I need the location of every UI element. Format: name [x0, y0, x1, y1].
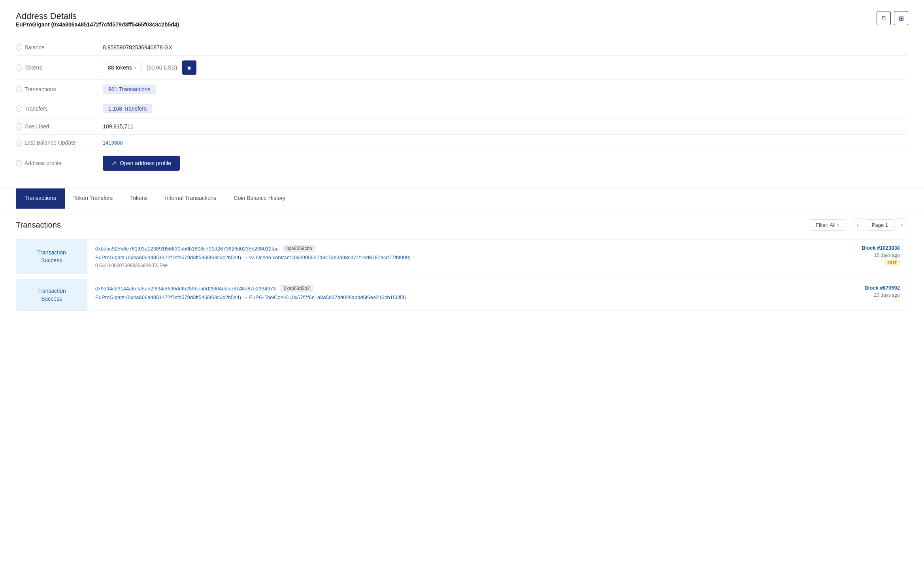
tx-block-2[interactable]: Block #879592: [864, 285, 900, 291]
balance-label-container: i Balance: [16, 44, 103, 51]
tx-method-2: 0xab63d2b2: [281, 285, 313, 292]
tx-right-1: Block #1023838 16 days ago OUT: [837, 239, 908, 274]
tx-details-2: 0x9d94cb3144a6efa5a52f694ef636ddfb259bea…: [87, 279, 837, 311]
tokens-value-row: 88 tokens ▾ ($0.00 USD) ▣: [103, 60, 196, 75]
tx-direction-2: [894, 299, 900, 301]
tokens-dropdown[interactable]: 88 tokens ▾: [103, 62, 142, 73]
grid-button[interactable]: ⊞: [894, 11, 908, 25]
address-subtitle: EuProGigant (0x4a806a4851472f7cfd579d3ff…: [16, 21, 179, 28]
gas-label: Gas Used: [25, 123, 49, 130]
last-balance-label-container: i Last Balance Update: [16, 139, 103, 146]
tx-status-cell-1: TransactionSuccess: [16, 239, 87, 274]
tx-arrow-1: →: [243, 254, 248, 260]
transactions-section-title: Transactions: [16, 220, 61, 230]
transfers-label: Transfers: [25, 105, 48, 112]
tx-fee-1: 0 GX 0.000076998306928 TX Fee: [95, 263, 829, 268]
transfers-badge[interactable]: 1,168 Transfers: [103, 104, 152, 113]
tx-status-1: TransactionSuccess: [37, 249, 66, 264]
tx-time-2: 20 days ago: [874, 292, 900, 298]
gas-value: 109,915,711: [103, 123, 134, 130]
tx-status-2: TransactionSuccess: [37, 287, 66, 303]
tx-direction-1: OUT: [884, 260, 900, 266]
open-profile-button[interactable]: ↗ Open address profile: [103, 156, 180, 171]
filter-pagination: Filter: All ▾ ‹ Page 1 ›: [810, 218, 908, 231]
tab-coin-balance-history[interactable]: Coin Balance History: [225, 188, 294, 209]
page-wrapper: Address Details EuProGigant (0x4a806a485…: [0, 0, 924, 565]
last-balance-label: Last Balance Update: [25, 139, 76, 146]
tx-arrow-2: →: [243, 294, 248, 300]
table-row: TransactionSuccess 0xbdac92558e761f03a12…: [16, 239, 908, 274]
external-link-icon: ↗: [111, 160, 117, 167]
filter-button[interactable]: Filter: All ▾: [810, 219, 845, 231]
address-card-header: Address Details EuProGigant (0x4a806a485…: [16, 11, 908, 37]
address-title: Address Details: [16, 11, 179, 21]
gas-row: i Gas Used 109,915,711: [16, 119, 908, 135]
tx-to-link-2[interactable]: EuPG-ToolCon-C (0x57f7f6e1a8a5d37dd028ab…: [249, 294, 406, 300]
transfers-info-icon: i: [16, 105, 22, 112]
last-balance-info-icon: i: [16, 139, 22, 146]
transactions-count-row: i Transactions 961 Transactions: [16, 80, 908, 99]
balance-value: 8.958590782536940878 GX: [103, 44, 172, 51]
transactions-badge[interactable]: 961 Transactions: [103, 85, 156, 94]
transfers-label-container: i Transfers: [16, 105, 103, 112]
address-header-left: Address Details EuProGigant (0x4a806a485…: [16, 11, 179, 37]
copy-button[interactable]: ⧉: [877, 11, 891, 25]
tokens-label: Tokens: [25, 64, 42, 71]
tokens-count: 88 tokens: [108, 64, 132, 71]
tx-status-cell-2: TransactionSuccess: [16, 279, 87, 311]
tx-block-1[interactable]: Block #1023838: [862, 245, 900, 251]
tab-token-transfers[interactable]: Token Transfers: [65, 188, 122, 209]
balance-row: i Balance 8.958590782536940878 GX: [16, 40, 908, 56]
tx-address-row-1: EuProGigant (0x4a806a4851472f7cfd579d3ff…: [95, 254, 829, 260]
next-page-button[interactable]: ›: [896, 218, 908, 231]
tx-hash-link-1[interactable]: 0xbdac92558e761f03a123891f56630ab0b1808c…: [95, 246, 278, 252]
table-row: TransactionSuccess 0x9d94cb3144a6efa5a52…: [16, 279, 908, 311]
tab-tokens[interactable]: Tokens: [121, 188, 156, 209]
copy-icon: ⧉: [882, 15, 886, 22]
tokens-usd: ($0.00 USD): [147, 64, 177, 71]
gas-label-container: i Gas Used: [16, 123, 103, 130]
tab-transactions[interactable]: Transactions: [16, 188, 65, 209]
wallet-icon: ▣: [187, 64, 192, 71]
address-profile-label: Address profile: [25, 160, 61, 166]
grid-icon: ⊞: [899, 15, 904, 22]
chevron-right-icon: ›: [901, 222, 903, 228]
chevron-left-icon: ‹: [857, 222, 859, 228]
tx-time-1: 16 days ago: [874, 252, 900, 258]
icon-buttons: ⧉ ⊞: [877, 11, 908, 25]
transactions-header: Transactions Filter: All ▾ ‹ Page 1 ›: [16, 218, 908, 231]
tokens-label-container: i Tokens: [16, 64, 103, 71]
tabs-bar: Transactions Token Transfers Tokens Inte…: [0, 188, 924, 209]
last-balance-row: i Last Balance Update 1419688: [16, 135, 908, 151]
address-profile-info-icon: i: [16, 160, 22, 166]
transactions-section: Transactions Filter: All ▾ ‹ Page 1 ›: [0, 209, 924, 325]
page-label: Page 1: [866, 219, 894, 231]
address-card: Address Details EuProGigant (0x4a806a485…: [0, 0, 924, 188]
tx-address-row-2: EuProGigant (0x4a806a4851472f7cfd579d3ff…: [95, 294, 829, 300]
tx-hash-row-1: 0xbdac92558e761f03a123891f56630ab0b1808c…: [95, 245, 829, 252]
tokens-row: i Tokens 88 tokens ▾ ($0.00 USD) ▣: [16, 56, 908, 80]
transactions-info-icon: i: [16, 86, 22, 92]
tx-from-link-2[interactable]: EuProGigant (0x4a806a4851472f7cfd579d3ff…: [95, 294, 241, 300]
tx-to-link-1[interactable]: v3 Ocean contract (0x0995527d3473b3a98c4…: [249, 254, 410, 260]
transactions-label: Transactions: [25, 86, 56, 92]
prev-page-button[interactable]: ‹: [852, 218, 864, 231]
filter-chevron-icon: ▾: [837, 222, 839, 228]
tx-hash-row-2: 0x9d94cb3144a6efa5a52f694ef636ddfb259bea…: [95, 285, 829, 292]
tx-details-1: 0xbdac92558e761f03a123891f56630ab0b1808c…: [87, 239, 837, 274]
gas-info-icon: i: [16, 123, 22, 130]
transactions-label-container: i Transactions: [16, 86, 103, 92]
balance-label: Balance: [25, 44, 45, 51]
transfers-row: i Transfers 1,168 Transfers: [16, 99, 908, 119]
tab-internal-transactions[interactable]: Internal Transactions: [157, 188, 225, 209]
chevron-down-icon: ▾: [134, 65, 137, 70]
pagination-controls: ‹ Page 1 ›: [852, 218, 908, 231]
wallet-button[interactable]: ▣: [182, 60, 196, 75]
tx-right-2: Block #879592 20 days ago: [837, 279, 908, 311]
address-profile-label-container: i Address profile: [16, 160, 103, 166]
tx-hash-link-2[interactable]: 0x9d94cb3144a6efa5a52f694ef636ddfb259bea…: [95, 286, 276, 292]
open-profile-label: Open address profile: [120, 160, 171, 166]
balance-info-icon: i: [16, 44, 22, 51]
tx-from-link-1[interactable]: EuProGigant (0x4a806a4851472f7cfd579d3ff…: [95, 254, 241, 260]
last-balance-value[interactable]: 1419688: [103, 140, 123, 146]
